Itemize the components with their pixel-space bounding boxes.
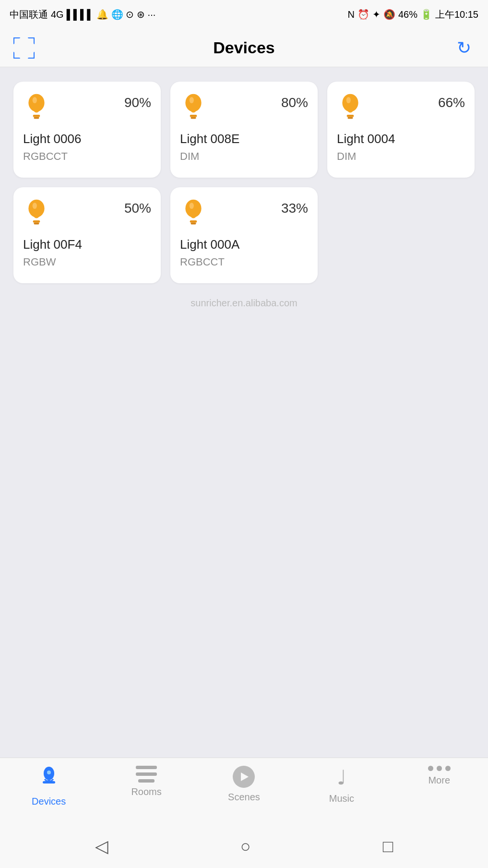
nav-item-rooms[interactable]: Rooms (108, 766, 185, 797)
bulb-icon (337, 92, 364, 123)
svg-point-11 (346, 97, 351, 103)
app-icons: 🔔 🌐 ⊙ ⊛ ··· (96, 9, 155, 20)
svg-rect-5 (190, 115, 197, 117)
device-name: Light 0006 (23, 132, 151, 146)
device-type: RGBW (23, 256, 151, 268)
brightness-text: 33% (281, 201, 308, 216)
devices-icon (38, 766, 60, 792)
status-bar: 中国联通 4G ▌▌▌▌ 🔔 🌐 ⊙ ⊛ ··· N ⏰ ✦ 🔕 46% 🔋 上… (0, 0, 488, 29)
svg-rect-10 (347, 117, 353, 119)
bottom-nav: Devices Rooms Scenes ♩ Music More (0, 758, 488, 825)
nav-item-music[interactable]: ♩ Music (303, 766, 380, 804)
svg-rect-9 (347, 115, 354, 117)
time-text: 上午10:15 (435, 8, 478, 21)
android-nav: ◁ ○ □ (0, 825, 488, 868)
device-grid: 90% Light 0006 RGBCCT 80% Light 008E (13, 82, 475, 283)
bluetooth-icon: ✦ (372, 9, 381, 20)
signal-type: 4G (51, 9, 64, 20)
svg-rect-2 (34, 117, 39, 119)
back-button[interactable]: ◁ (95, 836, 108, 856)
device-name: Light 008E (180, 132, 308, 146)
home-button[interactable]: ○ (240, 836, 251, 856)
device-name: Light 00F4 (23, 237, 151, 252)
svg-point-0 (28, 94, 44, 112)
scan-icon (13, 37, 35, 59)
refresh-button[interactable]: ↻ (452, 36, 476, 60)
brightness-text: 50% (124, 201, 151, 216)
nfc-icon: N (347, 9, 354, 20)
nav-item-more[interactable]: More (401, 766, 477, 786)
battery-text: 46% (398, 9, 417, 20)
nav-label-scenes: Scenes (228, 792, 260, 803)
nav-label-rooms: Rooms (131, 786, 161, 797)
svg-rect-14 (34, 223, 39, 225)
device-card-000A[interactable]: 33% Light 000A RGBCCT (170, 187, 318, 283)
device-card-00F4[interactable]: 50% Light 00F4 RGBW (13, 187, 161, 283)
bulb-icon (23, 198, 50, 229)
bulb-icon (23, 92, 50, 123)
mute-icon: 🔕 (383, 9, 395, 20)
svg-rect-18 (190, 223, 196, 225)
svg-point-12 (28, 200, 44, 217)
svg-rect-13 (33, 220, 40, 223)
device-type: DIM (180, 150, 308, 163)
device-card-0006[interactable]: 90% Light 0006 RGBCCT (13, 82, 161, 178)
alarm-icon: ⏰ (357, 9, 369, 20)
header: Devices ↻ (0, 29, 488, 67)
nav-label-music: Music (329, 793, 354, 804)
brightness-text: 90% (124, 95, 151, 110)
svg-rect-17 (190, 220, 197, 223)
svg-point-4 (185, 94, 201, 112)
device-name: Light 0004 (337, 132, 465, 146)
signal-bars: ▌▌▌▌ (67, 9, 94, 20)
card-top: 80% (180, 92, 308, 123)
nav-label-more: More (428, 775, 450, 786)
scan-button[interactable] (12, 36, 36, 60)
card-top: 50% (23, 198, 151, 229)
scenes-icon (233, 766, 255, 788)
rooms-icon (136, 766, 157, 783)
svg-point-15 (33, 203, 37, 209)
main-content: 90% Light 0006 RGBCCT 80% Light 008E (0, 67, 488, 758)
device-name: Light 000A (180, 237, 308, 252)
battery-icon: 🔋 (420, 9, 432, 20)
brightness-text: 66% (438, 95, 465, 110)
device-card-008E[interactable]: 80% Light 008E DIM (170, 82, 318, 178)
status-left: 中国联通 4G ▌▌▌▌ 🔔 🌐 ⊙ ⊛ ··· (10, 8, 155, 21)
svg-point-23 (47, 771, 51, 774)
card-top: 66% (337, 92, 465, 123)
card-top: 33% (180, 198, 308, 229)
nav-item-scenes[interactable]: Scenes (205, 766, 282, 803)
device-type: RGBCCT (23, 150, 151, 163)
svg-point-3 (33, 97, 37, 103)
svg-point-19 (190, 203, 194, 209)
page-title: Devices (213, 38, 275, 57)
more-icon (428, 766, 451, 771)
watermark: sunricher.en.alibaba.com (13, 298, 475, 309)
recent-button[interactable]: □ (383, 836, 393, 856)
device-card-0004[interactable]: 66% Light 0004 DIM (327, 82, 475, 178)
status-right: N ⏰ ✦ 🔕 46% 🔋 上午10:15 (347, 8, 478, 21)
refresh-icon: ↻ (457, 38, 471, 58)
bulb-icon (180, 92, 207, 123)
card-top: 90% (23, 92, 151, 123)
device-type: DIM (337, 150, 465, 163)
music-icon: ♩ (337, 766, 346, 789)
nav-item-devices[interactable]: Devices (11, 766, 87, 807)
svg-point-8 (342, 94, 358, 112)
device-type: RGBCCT (180, 256, 308, 268)
bulb-icon (180, 198, 207, 229)
svg-point-7 (190, 97, 194, 103)
svg-rect-6 (190, 117, 196, 119)
carrier-text: 中国联通 (10, 8, 48, 21)
nav-label-devices: Devices (32, 796, 66, 807)
brightness-text: 80% (281, 95, 308, 110)
svg-rect-1 (33, 115, 40, 117)
svg-point-16 (185, 200, 201, 217)
